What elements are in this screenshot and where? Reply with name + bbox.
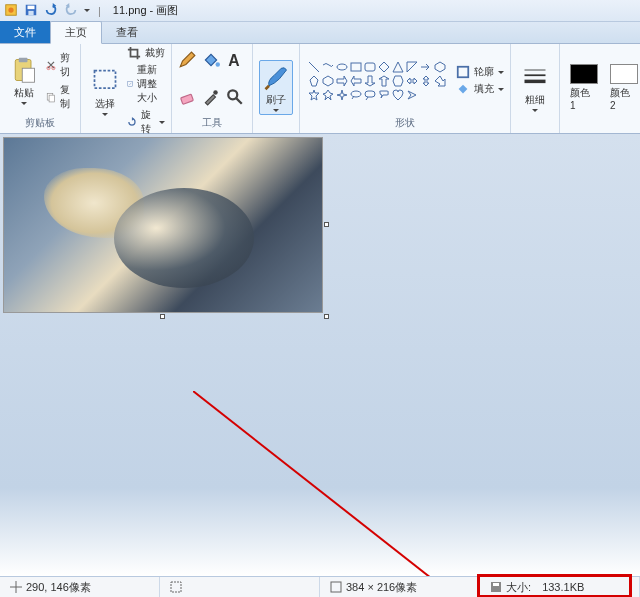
svg-rect-12 [95,70,116,88]
window-title: 11.png - 画图 [113,3,178,18]
group-clipboard: 粘贴 剪切 复制 剪贴板 [0,44,81,133]
thickness-button[interactable]: 粗细 [517,61,553,114]
status-filesize: 大小: 133.1KB [480,577,640,597]
shapes-gallery[interactable] [306,59,448,103]
group-clipboard-label: 剪贴板 [6,115,74,131]
svg-rect-20 [351,63,361,71]
group-tools-label: 工具 [178,115,246,131]
copy-button[interactable]: 复制 [46,83,74,111]
pencil-icon[interactable] [178,51,198,73]
brush-button[interactable]: 刷子 [259,60,293,115]
crop-button[interactable]: 裁剪 [127,46,165,60]
resize-handle[interactable] [324,222,329,227]
group-brush-label [259,129,293,131]
svg-point-19 [337,64,347,70]
svg-text:A: A [228,52,239,69]
crosshair-icon [10,581,22,593]
group-shapes: 轮廓 填充 形状 [300,44,511,133]
svg-rect-4 [28,10,33,14]
titlebar: | 11.png - 画图 [0,0,640,22]
resize-handle[interactable] [160,314,165,319]
bucket-icon[interactable] [202,51,222,73]
redo-icon[interactable] [64,3,78,19]
eraser-icon[interactable] [178,88,198,110]
svg-line-28 [193,391,445,576]
group-tools: A 工具 [172,44,253,133]
ribbon: 粘贴 剪切 复制 剪贴板 选择 裁剪 重新调整大小 旋转 图像 [0,44,640,134]
paste-button[interactable]: 粘贴 [6,54,42,107]
app-icon [4,3,18,19]
group-brush: 刷子 [253,44,300,133]
group-thickness-label [517,129,553,131]
svg-rect-33 [493,583,499,586]
select-button[interactable]: 选择 [87,65,123,118]
disk-icon [490,581,502,593]
svg-rect-11 [49,95,55,102]
color1-swatch [570,64,598,84]
save-icon[interactable] [24,3,38,19]
svg-rect-30 [171,582,181,592]
ribbon-tabs: 文件 主页 查看 [0,22,640,44]
svg-point-22 [351,91,361,97]
group-colors-label [566,129,640,131]
group-image: 选择 裁剪 重新调整大小 旋转 图像 [81,44,172,133]
qat-dropdown-icon[interactable] [84,9,90,12]
tab-home[interactable]: 主页 [50,21,102,44]
svg-point-1 [8,7,13,12]
status-dimensions: 384 × 216像素 [320,577,480,597]
resize-button[interactable]: 重新调整大小 [127,63,165,105]
group-shapes-label: 形状 [306,115,504,131]
color2-button[interactable]: 颜色 2 [606,62,640,113]
outline-button[interactable]: 轮廓 [456,65,504,79]
svg-rect-3 [28,5,35,9]
text-icon[interactable]: A [226,51,246,73]
resize-handle[interactable] [324,314,329,319]
undo-icon[interactable] [44,3,58,19]
selection-icon [170,581,182,593]
cut-button[interactable]: 剪切 [46,51,74,79]
svg-rect-23 [365,91,375,97]
svg-point-17 [213,90,218,95]
svg-rect-21 [365,63,375,71]
color1-button[interactable]: 颜色 1 [566,62,602,113]
svg-rect-24 [458,67,469,78]
tab-file[interactable]: 文件 [0,21,50,43]
canvas-area[interactable] [0,134,640,576]
group-colors: 颜色 1 颜色 2 [560,44,640,133]
svg-point-14 [216,63,221,68]
fill-button[interactable]: 填充 [456,82,504,96]
svg-rect-16 [181,94,194,104]
rotate-button[interactable]: 旋转 [127,108,165,136]
tab-view[interactable]: 查看 [102,22,152,43]
picker-icon[interactable] [202,88,222,110]
annotation-arrow [193,391,463,576]
status-cursor: 290, 146像素 [0,577,160,597]
dimensions-icon [330,581,342,593]
separator: | [98,5,101,17]
svg-rect-6 [19,58,28,62]
group-thickness: 粗细 [511,44,560,133]
svg-point-18 [228,90,237,99]
statusbar: 290, 146像素 384 × 216像素 大小: 133.1KB [0,576,640,597]
svg-rect-7 [22,68,34,82]
status-selection [160,577,320,597]
color2-swatch [610,64,638,84]
zoom-icon[interactable] [226,88,246,110]
canvas-image[interactable] [3,137,323,313]
svg-rect-31 [331,582,341,592]
